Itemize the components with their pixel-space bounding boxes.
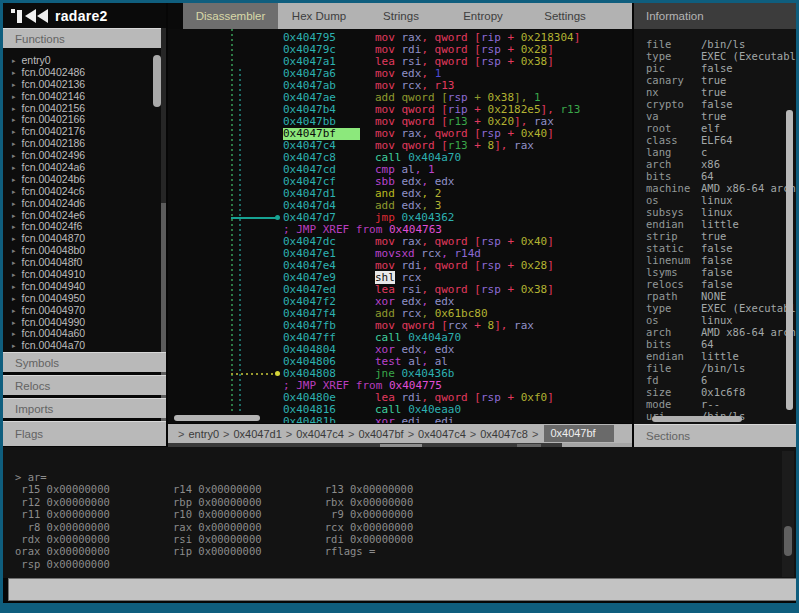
info-value: true — [701, 86, 726, 98]
info-row: nxtrue — [634, 86, 796, 98]
tab-entropy[interactable]: Entropy — [442, 3, 524, 29]
info-row: vatrue — [634, 110, 796, 122]
app-title: radare2 — [55, 8, 108, 24]
breadcrumb-item[interactable]: 0x4047bf — [358, 428, 403, 440]
radare2-window: radare2 Functions ▸entry0▸fcn.00402486▸f… — [3, 3, 796, 603]
tab-strings[interactable]: Strings — [360, 3, 442, 29]
symbols-panel-header[interactable]: Symbols — [3, 352, 166, 372]
info-row: striptrue — [634, 230, 796, 242]
command-input[interactable] — [8, 578, 796, 601]
info-key: file — [646, 362, 701, 374]
info-value: NONE — [701, 290, 726, 302]
info-value: /bin/ls — [701, 38, 745, 50]
breadcrumb-item[interactable]: entry0 — [188, 428, 219, 440]
arrow-right-icon: ▸ — [12, 283, 16, 290]
info-row: endianlittle — [634, 218, 796, 230]
arrow-right-icon: ▸ — [12, 69, 16, 76]
function-name: fcn.004048f0 — [22, 256, 83, 268]
info-key: crypto — [646, 98, 701, 110]
arrow-right-icon: ▸ — [12, 247, 16, 254]
functions-scrollbar-thumb[interactable] — [153, 55, 161, 107]
arrow-right-icon: ▸ — [12, 200, 16, 207]
arrow-right-icon: ▸ — [12, 105, 16, 112]
function-name: fcn.00402136 — [22, 78, 86, 90]
arrow-right-icon: ▸ — [12, 295, 16, 302]
disasm-address[interactable]: 0x40481b — [283, 416, 375, 423]
info-value: AMD x86-64 architecture — [701, 326, 796, 338]
info-key: mode — [646, 398, 701, 410]
tab-hex-dump[interactable]: Hex Dump — [278, 3, 360, 29]
flags-panel-header[interactable]: Flags — [3, 421, 166, 446]
arrow-right-icon: ▸ — [12, 176, 16, 183]
info-key: bits — [646, 338, 701, 350]
info-value: linux — [701, 194, 733, 206]
info-row: rpathNONE — [634, 290, 796, 302]
info-row: file/bin/ls — [634, 38, 796, 50]
info-value: linux — [701, 314, 733, 326]
info-key: fd — [646, 374, 701, 386]
info-key: type — [646, 302, 701, 314]
breadcrumb-separator: > — [223, 428, 229, 440]
info-row: file/bin/ls — [634, 362, 796, 374]
arrow-right-icon: ▸ — [12, 140, 16, 147]
info-row: typeEXEC (Executable file) — [634, 50, 796, 62]
info-row: cryptofalse — [634, 98, 796, 110]
function-name: fcn.004024e6 — [22, 209, 86, 221]
information-vscrollbar-thumb[interactable] — [786, 110, 793, 410]
relocs-panel-header[interactable]: Relocs — [3, 375, 166, 395]
info-row: langc — [634, 146, 796, 158]
info-value: linux — [701, 206, 733, 218]
breadcrumb-item[interactable]: 0x4047bf — [544, 425, 613, 442]
disassembly-view[interactable]: 0x404795mov rax, qword [rip + 0x218304]0… — [168, 29, 632, 423]
arrow-right-icon: ▸ — [12, 235, 16, 242]
breadcrumb-separator: > — [348, 428, 354, 440]
jump-arrow — [231, 217, 278, 219]
function-name: fcn.00402156 — [22, 102, 86, 114]
arrow-right-icon: ▸ — [12, 116, 16, 123]
function-item[interactable]: ▸fcn.00404a70 — [3, 340, 166, 352]
arrow-right-icon: ▸ — [12, 128, 16, 135]
disassembly-lines: 0x404795mov rax, qword [rip + 0x218304]0… — [168, 32, 632, 423]
tab-settings[interactable]: Settings — [524, 3, 606, 29]
information-hscrollbar-thumb[interactable] — [652, 416, 742, 422]
info-key: machine — [646, 182, 701, 194]
jump-arrow — [231, 373, 278, 375]
information-rows: file/bin/lstypeEXEC (Executable file)pic… — [634, 38, 796, 422]
disassembly-hscrollbar-thumb[interactable] — [174, 415, 260, 421]
imports-panel-header[interactable]: Imports — [3, 398, 166, 418]
app-frame: radare2 Functions ▸entry0▸fcn.00402486▸f… — [0, 0, 799, 613]
info-row: endianlittle — [634, 350, 796, 362]
info-key: bits — [646, 170, 701, 182]
breadcrumb-item[interactable]: 0x4047c8 — [480, 428, 528, 440]
information-panel-header[interactable]: Information — [634, 3, 796, 29]
info-key: relocs — [646, 278, 701, 290]
arrow-right-icon: ▸ — [12, 342, 16, 349]
info-value: false — [701, 62, 733, 74]
info-key: type — [646, 50, 701, 62]
info-row: size0x1c6f8 — [634, 386, 796, 398]
breadcrumb-item[interactable]: 0x4047c4 — [418, 428, 466, 440]
breadcrumb-item[interactable]: 0x4047c4 — [296, 428, 344, 440]
breadcrumb-item[interactable]: 0x4047d1 — [233, 428, 281, 440]
tab-bar-spacer — [168, 3, 183, 29]
info-value: 0x1c6f8 — [701, 386, 745, 398]
info-value: AMD x86-64 architecture — [701, 182, 796, 194]
function-name: fcn.004024c6 — [22, 185, 85, 197]
info-row: relocsfalse — [634, 278, 796, 290]
tab-disassembler[interactable]: Disassembler — [183, 3, 278, 29]
info-value: 6 — [701, 374, 707, 386]
info-key: arch — [646, 158, 701, 170]
sections-panel-header[interactable]: Sections — [634, 424, 796, 447]
info-value: 64 — [701, 170, 714, 182]
title-bar: radare2 — [3, 3, 166, 28]
console-scrollbar-thumb[interactable] — [784, 526, 792, 556]
info-key: linenum — [646, 254, 701, 266]
info-key: class — [646, 134, 701, 146]
function-name: fcn.004024f6 — [22, 220, 83, 232]
functions-list: ▸entry0▸fcn.00402486▸fcn.00402136▸fcn.00… — [3, 48, 166, 352]
info-value: x86 — [701, 158, 720, 170]
info-value: EXEC (Executable file) — [701, 302, 796, 314]
info-key: os — [646, 314, 701, 326]
function-name: fcn.00404a60 — [22, 327, 86, 339]
functions-panel-header[interactable]: Functions — [3, 28, 166, 48]
